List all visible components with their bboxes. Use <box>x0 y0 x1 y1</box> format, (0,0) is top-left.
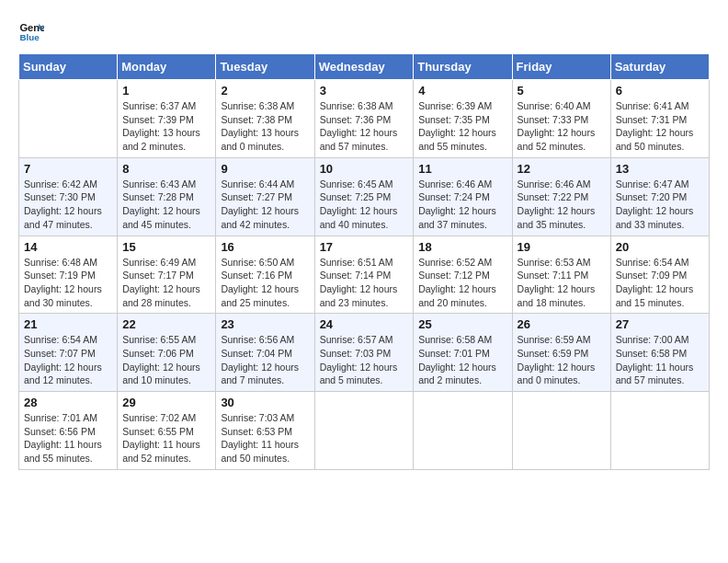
calendar-cell: 22Sunrise: 6:55 AM Sunset: 7:06 PM Dayli… <box>118 314 216 392</box>
day-number: 10 <box>320 162 409 176</box>
calendar-week-row: 21Sunrise: 6:54 AM Sunset: 7:07 PM Dayli… <box>19 314 710 392</box>
calendar-cell: 11Sunrise: 6:46 AM Sunset: 7:24 PM Dayli… <box>414 157 512 236</box>
day-number: 30 <box>221 396 309 409</box>
day-info: Sunrise: 6:43 AM Sunset: 7:28 PM Dayligh… <box>122 178 210 232</box>
day-info: Sunrise: 6:50 AM Sunset: 7:16 PM Dayligh… <box>221 256 309 310</box>
day-number: 14 <box>24 240 112 254</box>
day-info: Sunrise: 6:49 AM Sunset: 7:17 PM Dayligh… <box>122 256 210 310</box>
day-info: Sunrise: 6:55 AM Sunset: 7:06 PM Dayligh… <box>122 333 210 387</box>
calendar-cell: 5Sunrise: 6:40 AM Sunset: 7:33 PM Daylig… <box>512 80 610 158</box>
svg-text:Blue: Blue <box>19 32 40 42</box>
day-number: 12 <box>518 162 606 176</box>
day-info: Sunrise: 6:42 AM Sunset: 7:30 PM Dayligh… <box>24 178 112 232</box>
day-info: Sunrise: 6:45 AM Sunset: 7:25 PM Dayligh… <box>320 178 409 232</box>
logo: General Blue <box>18 18 48 44</box>
day-number: 20 <box>616 240 704 254</box>
day-of-week-header: Monday <box>118 54 216 80</box>
day-number: 26 <box>518 317 606 331</box>
calendar-cell: 7Sunrise: 6:42 AM Sunset: 7:30 PM Daylig… <box>19 157 118 236</box>
calendar-cell: 14Sunrise: 6:48 AM Sunset: 7:19 PM Dayli… <box>19 236 118 314</box>
calendar-cell: 10Sunrise: 6:45 AM Sunset: 7:25 PM Dayli… <box>314 157 414 236</box>
calendar-cell <box>610 392 709 470</box>
calendar-cell <box>414 392 512 470</box>
calendar-cell: 28Sunrise: 7:01 AM Sunset: 6:56 PM Dayli… <box>19 392 118 470</box>
day-info: Sunrise: 6:46 AM Sunset: 7:24 PM Dayligh… <box>418 178 506 232</box>
day-info: Sunrise: 6:47 AM Sunset: 7:20 PM Dayligh… <box>616 178 704 232</box>
day-number: 29 <box>122 396 210 409</box>
day-number: 2 <box>221 84 309 98</box>
day-info: Sunrise: 6:40 AM Sunset: 7:33 PM Dayligh… <box>518 99 606 154</box>
calendar-header-row: SundayMondayTuesdayWednesdayThursdayFrid… <box>19 54 710 80</box>
calendar-week-row: 14Sunrise: 6:48 AM Sunset: 7:19 PM Dayli… <box>19 236 710 314</box>
calendar-cell: 21Sunrise: 6:54 AM Sunset: 7:07 PM Dayli… <box>19 314 118 392</box>
calendar-cell: 4Sunrise: 6:39 AM Sunset: 7:35 PM Daylig… <box>414 80 512 158</box>
day-info: Sunrise: 6:48 AM Sunset: 7:19 PM Dayligh… <box>24 256 112 310</box>
day-info: Sunrise: 6:41 AM Sunset: 7:31 PM Dayligh… <box>616 99 704 154</box>
day-info: Sunrise: 6:54 AM Sunset: 7:09 PM Dayligh… <box>616 256 704 310</box>
calendar-cell: 29Sunrise: 7:02 AM Sunset: 6:55 PM Dayli… <box>118 392 216 470</box>
day-number: 16 <box>221 240 309 254</box>
day-of-week-header: Friday <box>512 54 610 80</box>
calendar-week-row: 1Sunrise: 6:37 AM Sunset: 7:39 PM Daylig… <box>19 80 710 158</box>
calendar-week-row: 7Sunrise: 6:42 AM Sunset: 7:30 PM Daylig… <box>19 157 710 236</box>
header: General Blue <box>18 18 710 44</box>
calendar-cell: 3Sunrise: 6:38 AM Sunset: 7:36 PM Daylig… <box>314 80 414 158</box>
day-number: 27 <box>616 317 704 331</box>
day-info: Sunrise: 7:02 AM Sunset: 6:55 PM Dayligh… <box>122 411 210 465</box>
day-info: Sunrise: 6:38 AM Sunset: 7:38 PM Dayligh… <box>221 99 309 154</box>
day-of-week-header: Sunday <box>19 54 118 80</box>
day-number: 7 <box>24 162 112 176</box>
day-number: 8 <box>122 162 210 176</box>
day-number: 11 <box>418 162 506 176</box>
calendar-cell: 2Sunrise: 6:38 AM Sunset: 7:38 PM Daylig… <box>216 80 314 158</box>
calendar-cell: 16Sunrise: 6:50 AM Sunset: 7:16 PM Dayli… <box>216 236 314 314</box>
day-info: Sunrise: 7:03 AM Sunset: 6:53 PM Dayligh… <box>221 411 309 465</box>
day-number: 22 <box>122 317 210 331</box>
calendar-table: SundayMondayTuesdayWednesdayThursdayFrid… <box>18 53 710 470</box>
day-number: 5 <box>518 84 606 98</box>
day-info: Sunrise: 6:59 AM Sunset: 6:59 PM Dayligh… <box>518 333 606 387</box>
day-number: 23 <box>221 317 309 331</box>
day-number: 18 <box>418 240 506 254</box>
day-number: 4 <box>418 84 506 98</box>
calendar-cell: 6Sunrise: 6:41 AM Sunset: 7:31 PM Daylig… <box>610 80 709 158</box>
day-info: Sunrise: 6:52 AM Sunset: 7:12 PM Dayligh… <box>418 256 506 310</box>
calendar-cell: 25Sunrise: 6:58 AM Sunset: 7:01 PM Dayli… <box>414 314 512 392</box>
day-info: Sunrise: 6:39 AM Sunset: 7:35 PM Dayligh… <box>418 99 506 154</box>
day-of-week-header: Thursday <box>414 54 512 80</box>
calendar-cell: 13Sunrise: 6:47 AM Sunset: 7:20 PM Dayli… <box>610 157 709 236</box>
day-of-week-header: Saturday <box>610 54 709 80</box>
day-info: Sunrise: 6:37 AM Sunset: 7:39 PM Dayligh… <box>122 99 210 154</box>
day-info: Sunrise: 6:54 AM Sunset: 7:07 PM Dayligh… <box>24 333 112 387</box>
day-number: 21 <box>24 317 112 331</box>
calendar-cell: 24Sunrise: 6:57 AM Sunset: 7:03 PM Dayli… <box>314 314 414 392</box>
calendar-cell: 12Sunrise: 6:46 AM Sunset: 7:22 PM Dayli… <box>512 157 610 236</box>
calendar-cell: 9Sunrise: 6:44 AM Sunset: 7:27 PM Daylig… <box>216 157 314 236</box>
calendar-cell: 17Sunrise: 6:51 AM Sunset: 7:14 PM Dayli… <box>314 236 414 314</box>
calendar-cell: 27Sunrise: 7:00 AM Sunset: 6:58 PM Dayli… <box>610 314 709 392</box>
calendar-cell <box>512 392 610 470</box>
day-of-week-header: Wednesday <box>314 54 414 80</box>
day-number: 17 <box>320 240 409 254</box>
day-number: 13 <box>616 162 704 176</box>
calendar-week-row: 28Sunrise: 7:01 AM Sunset: 6:56 PM Dayli… <box>19 392 710 470</box>
day-number: 28 <box>24 396 112 409</box>
day-number: 1 <box>122 84 210 98</box>
calendar-cell <box>314 392 414 470</box>
day-info: Sunrise: 6:58 AM Sunset: 7:01 PM Dayligh… <box>418 333 506 387</box>
calendar-cell: 15Sunrise: 6:49 AM Sunset: 7:17 PM Dayli… <box>118 236 216 314</box>
calendar-cell: 23Sunrise: 6:56 AM Sunset: 7:04 PM Dayli… <box>216 314 314 392</box>
calendar-cell: 18Sunrise: 6:52 AM Sunset: 7:12 PM Dayli… <box>414 236 512 314</box>
day-info: Sunrise: 6:51 AM Sunset: 7:14 PM Dayligh… <box>320 256 409 310</box>
day-number: 9 <box>221 162 309 176</box>
day-number: 25 <box>418 317 506 331</box>
calendar-cell: 8Sunrise: 6:43 AM Sunset: 7:28 PM Daylig… <box>118 157 216 236</box>
day-info: Sunrise: 6:53 AM Sunset: 7:11 PM Dayligh… <box>518 256 606 310</box>
day-info: Sunrise: 6:57 AM Sunset: 7:03 PM Dayligh… <box>320 333 409 387</box>
day-info: Sunrise: 6:38 AM Sunset: 7:36 PM Dayligh… <box>320 99 409 154</box>
calendar-cell: 20Sunrise: 6:54 AM Sunset: 7:09 PM Dayli… <box>610 236 709 314</box>
day-number: 19 <box>518 240 606 254</box>
calendar-cell: 19Sunrise: 6:53 AM Sunset: 7:11 PM Dayli… <box>512 236 610 314</box>
day-number: 3 <box>320 84 409 98</box>
day-number: 15 <box>122 240 210 254</box>
